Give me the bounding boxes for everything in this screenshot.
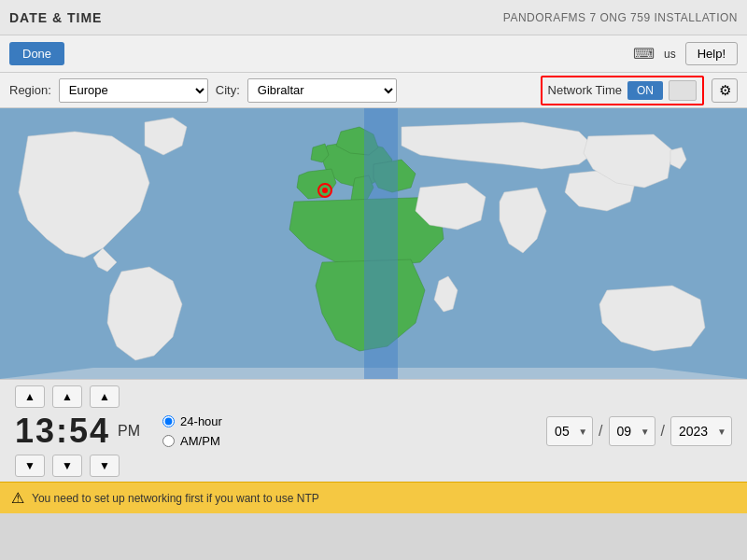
- format-24h-label[interactable]: 24-hour: [162, 414, 222, 428]
- network-time-label: Network Time: [548, 83, 622, 97]
- warning-icon: ⚠: [11, 489, 24, 507]
- month-select[interactable]: 05: [546, 416, 593, 446]
- date-sep-1: /: [599, 423, 602, 440]
- city-select-wrap: Gibraltar: [247, 78, 397, 103]
- ampm-display: PM: [118, 423, 140, 440]
- minutes-down-button[interactable]: ▼: [52, 455, 82, 477]
- format-24h-text: 24-hour: [180, 414, 222, 428]
- city-select[interactable]: Gibraltar: [247, 78, 397, 103]
- header-right: PANDORAFMS 7 ONG 759 INSTALLATION: [503, 11, 738, 24]
- region-select-wrap: Europe: [59, 78, 208, 103]
- warning-text: You need to set up networking first if y…: [32, 492, 319, 505]
- keyboard-icon: ⌨: [633, 45, 655, 63]
- city-label: City:: [216, 83, 240, 97]
- network-time-toggle-off[interactable]: [669, 80, 697, 101]
- format-ampm-label[interactable]: AM/PM: [162, 434, 222, 448]
- region-label: Region:: [9, 83, 51, 97]
- date-sep-2: /: [661, 423, 665, 440]
- map-container[interactable]: [0, 108, 747, 379]
- minutes-display: 54: [69, 412, 110, 450]
- format-ampm-text: AM/PM: [180, 434, 220, 448]
- controls-row: Region: Europe City: Gibraltar Network T…: [0, 73, 747, 108]
- time-display: 13:54 PM: [15, 412, 140, 451]
- hours-display: 13: [15, 412, 56, 450]
- hours-down-button[interactable]: ▼: [15, 455, 45, 477]
- bottom-panel: ▲ ▲ ▲ 13:54 PM ▼ ▼ ▼ 24-hour AM/PM: [0, 379, 747, 482]
- toolbar: Done ⌨ us Help!: [0, 35, 747, 73]
- done-button[interactable]: Done: [9, 42, 64, 65]
- region-select[interactable]: Europe: [59, 78, 208, 103]
- month-select-wrap: 05 ▼: [546, 416, 593, 446]
- page-title: DATE & TIME: [9, 10, 102, 25]
- format-ampm-radio[interactable]: [162, 435, 175, 447]
- date-spinners: 05 ▼ / 09 ▼ / 2023 ▼: [546, 416, 732, 446]
- minutes-up-button[interactable]: ▲: [52, 385, 82, 408]
- day-select[interactable]: 09: [609, 416, 655, 446]
- time-value: 13:54: [15, 412, 110, 451]
- seconds-down-button[interactable]: ▼: [90, 455, 120, 477]
- year-select-wrap: 2023 ▼: [670, 416, 732, 446]
- header: DATE & TIME PANDORAFMS 7 ONG 759 INSTALL…: [0, 0, 747, 35]
- year-select[interactable]: 2023: [670, 416, 732, 446]
- app-title: PANDORAFMS 7 ONG 759 INSTALLATION: [503, 11, 738, 24]
- help-button[interactable]: Help!: [685, 42, 738, 65]
- network-time-box: Network Time ON: [541, 76, 704, 105]
- language-label: us: [664, 48, 676, 61]
- time-up-row: ▲ ▲ ▲: [15, 385, 120, 408]
- gear-button[interactable]: ⚙: [712, 78, 738, 103]
- warning-bar: ⚠ You need to set up networking first if…: [0, 482, 747, 513]
- time-down-row: ▼ ▼ ▼: [15, 455, 120, 477]
- day-select-wrap: 09 ▼: [609, 416, 655, 446]
- format-radios: 24-hour AM/PM: [162, 414, 222, 448]
- hours-up-button[interactable]: ▲: [15, 385, 45, 408]
- svg-point-2: [322, 188, 328, 193]
- timezone-stripe: [364, 108, 398, 379]
- network-time-toggle-on[interactable]: ON: [627, 81, 663, 100]
- seconds-up-button[interactable]: ▲: [90, 385, 120, 408]
- format-24h-radio[interactable]: [162, 415, 175, 427]
